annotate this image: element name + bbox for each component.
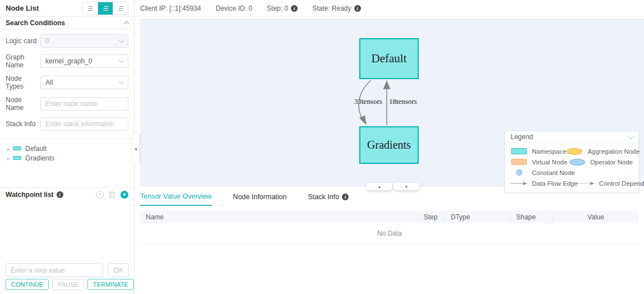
legend-item-operator: Operator Node (569, 159, 633, 166)
node-name-label: Node Name (6, 96, 40, 112)
node-name-field-wrap (40, 97, 128, 111)
delete-icon[interactable] (109, 191, 115, 198)
legend-item-virtual: Virtual Node (511, 159, 569, 166)
namespace-icon (13, 146, 21, 150)
stack-list-icon (118, 4, 123, 12)
status-bar: Client IP: [::1]:45934 Device ID: 0 Step… (135, 0, 644, 17)
graph-name-value: kernel_graph_0 (45, 57, 92, 65)
constant-node-icon (511, 169, 527, 176)
step-value-input[interactable] (6, 263, 103, 277)
caret-right-icon[interactable] (7, 154, 13, 162)
column-name: Name (140, 213, 418, 221)
namespace-icon (511, 148, 527, 154)
stack-view-button[interactable] (113, 2, 128, 15)
continue-button[interactable]: CONTINUE (6, 279, 49, 290)
legend-label: Operator Node (590, 159, 633, 166)
chevron-down-icon[interactable] (119, 58, 124, 63)
legend-header[interactable]: Legend (505, 131, 638, 143)
node-list-title: Node List (6, 4, 39, 12)
stack-info-label: Stack Info (6, 120, 40, 128)
list-view-button[interactable] (82, 2, 98, 15)
node-types-value: All (45, 79, 53, 86)
legend-label: Constant Node (532, 169, 575, 176)
graph-name-label: Graph Name (6, 53, 40, 69)
chevron-up-icon[interactable] (124, 21, 129, 27)
info-icon[interactable] (354, 5, 361, 12)
bottom-tabs: Tensor Value Overview Node Information S… (140, 192, 349, 206)
watchpoint-list-title: Watchpoint list (6, 191, 54, 199)
step-control: OK (6, 263, 129, 277)
column-value: Value (552, 213, 639, 221)
collapse-panel-handle[interactable] (132, 133, 139, 164)
column-step: Step (418, 213, 444, 221)
graph-node-default[interactable]: Default (359, 38, 419, 79)
node-name-input[interactable] (45, 98, 123, 110)
search-conditions-title: Search Conditions (6, 19, 65, 27)
legend-item-aggregation: Aggregation Node (566, 148, 640, 155)
node-list-panel: Node List Search Conditions Logic card 0… (0, 0, 135, 294)
collapse-panel-button[interactable] (393, 183, 419, 190)
tree-view-button[interactable] (98, 2, 113, 15)
graph-name-select[interactable]: kernel_graph_0 (40, 54, 128, 68)
tree-list-icon (103, 4, 108, 12)
pause-button[interactable]: PAUSE (52, 279, 84, 290)
column-dtype: DType (444, 213, 510, 221)
caret-right-icon[interactable] (7, 145, 13, 153)
info-icon[interactable] (57, 191, 63, 198)
search-conditions-header[interactable]: Search Conditions (0, 17, 134, 29)
legend-row: Constant Node (511, 167, 633, 178)
control-dependency-edge-icon (578, 181, 595, 186)
legend-title: Legend (511, 133, 533, 141)
empty-state: No Data (140, 223, 639, 244)
expand-panel-button[interactable] (367, 183, 392, 190)
legend-row: Data Flow Edge Control Depende... (511, 178, 633, 189)
legend-panel: Legend Namespace Aggregation Node (504, 131, 639, 193)
data-flow-edge (359, 80, 371, 122)
legend-item-control-dependency: Control Depende... (578, 180, 644, 187)
edge-label: 33tensors (354, 97, 382, 105)
tree-item-gradients[interactable]: Gradients (7, 153, 127, 163)
main-area: Client IP: [::1]:45934 Device ID: 0 Step… (135, 0, 644, 294)
aggregation-node-icon (566, 148, 583, 155)
logic-card-select: 0 (40, 34, 128, 48)
run-controls: CONTINUE PAUSE TERMINATE (6, 279, 134, 290)
node-list-header: Node List (0, 0, 134, 17)
chevron-down-icon (119, 38, 124, 43)
legend-row: Virtual Node Operator Node (511, 157, 633, 167)
tab-node-information[interactable]: Node Information (233, 192, 287, 206)
tab-tensor-value-overview[interactable]: Tensor Value Overview (140, 192, 212, 206)
graph-name-row: Graph Name kernel_graph_0 (6, 53, 128, 69)
device-id: Device ID: 0 (216, 4, 252, 12)
arrowhead-icon (383, 80, 391, 89)
ok-button[interactable]: OK (108, 263, 129, 277)
chevron-down-icon[interactable] (119, 79, 124, 85)
legend-label: Aggregation Node (587, 148, 640, 155)
legend-item-constant: Constant Node (511, 169, 582, 176)
legend-label: Data Flow Edge (532, 180, 578, 187)
legend-label: Virtual Node (532, 159, 567, 166)
edge-label: 18tensors (389, 97, 417, 105)
node-types-select[interactable]: All (40, 76, 128, 89)
chevron-down-icon[interactable] (628, 134, 634, 139)
terminate-button[interactable]: TERMINATE (87, 279, 134, 290)
namespace-icon (13, 156, 21, 160)
legend-item-namespace: Namespace (511, 148, 566, 155)
graph-canvas[interactable]: 33tensors 18tensors Default Gradients Le… (140, 19, 644, 187)
tree-item-label: Gradients (25, 154, 54, 162)
column-shape: Shape (510, 213, 552, 221)
tensor-table: Name Step DType Shape Value No Data (140, 210, 639, 244)
tree-item-default[interactable]: Default (7, 144, 127, 153)
graph-node-gradients[interactable]: Gradients (359, 126, 419, 164)
info-icon[interactable] (291, 5, 298, 12)
check-all-icon[interactable] (96, 191, 104, 199)
virtual-node-icon (511, 159, 527, 165)
tree-item-label: Default (25, 145, 47, 153)
client-ip: Client IP: [::1]:45934 (140, 4, 201, 12)
stack-info-input[interactable] (45, 118, 123, 130)
list-icon (87, 4, 93, 12)
state-status-text: State: Ready (312, 4, 351, 12)
search-form: Logic card 0 Graph Name kernel_graph_0 N… (0, 29, 134, 139)
add-watchpoint-icon[interactable] (121, 191, 128, 199)
info-icon (342, 194, 349, 200)
tab-stack-info[interactable]: Stack Info (308, 192, 349, 206)
